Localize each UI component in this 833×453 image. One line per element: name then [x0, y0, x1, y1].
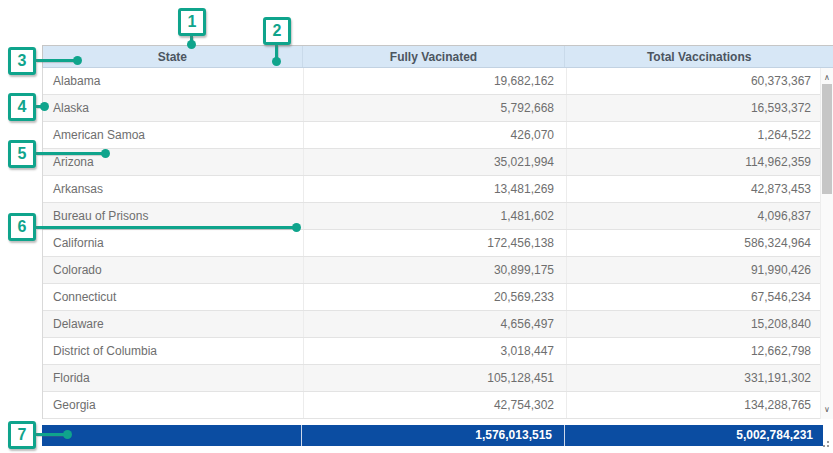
cell-total-vaccinations: 42,873,453 [566, 176, 821, 202]
summary-totals-row: 1,576,013,515 5,002,784,231 [42, 425, 823, 446]
summary-cell-total-vaccinations: 5,002,784,231 [565, 425, 823, 446]
summary-cell-fully-vacinated: 1,576,013,515 [302, 425, 565, 446]
column-header-total-vaccinations[interactable]: Total Vaccinations [565, 46, 833, 67]
callout-6-line [36, 226, 294, 229]
column-header-state[interactable]: State [43, 46, 303, 67]
callout-1-dot [187, 40, 196, 49]
table-row-georgia[interactable]: Georgia 42,754,302 134,288,765 [43, 392, 821, 419]
cell-state: Arkansas [43, 176, 303, 202]
table-row-colorado[interactable]: Colorado 30,899,175 91,990,426 [43, 257, 821, 284]
callout-4-dot [40, 102, 49, 111]
cell-fully-vacinated: 426,070 [303, 122, 566, 148]
cell-fully-vacinated: 30,899,175 [303, 257, 566, 283]
callout-7-line [36, 433, 66, 436]
table-row-arizona[interactable]: Arizona 35,021,994 114,962,359 [43, 149, 821, 176]
cell-total-vaccinations: 16,593,372 [566, 95, 821, 121]
cell-fully-vacinated: 5,792,668 [303, 95, 566, 121]
cell-total-vaccinations: 15,208,840 [566, 311, 821, 337]
resize-grip-icon[interactable] [823, 445, 825, 447]
table-row-alaska[interactable]: Alaska 5,792,668 16,593,372 [43, 95, 821, 122]
cell-fully-vacinated: 19,682,162 [303, 68, 566, 94]
callout-5-line [36, 152, 103, 155]
cell-total-vaccinations: 67,546,234 [566, 284, 821, 310]
callout-2-badge: 2 [263, 17, 291, 45]
table-row-connecticut[interactable]: Connecticut 20,569,233 67,546,234 [43, 284, 821, 311]
cell-state: Alabama [43, 68, 303, 94]
vertical-scrollbar[interactable]: ∧ ∨ [820, 68, 833, 419]
cell-fully-vacinated: 1,481,602 [303, 203, 566, 229]
cell-state: Georgia [43, 392, 303, 418]
cell-fully-vacinated: 4,656,497 [303, 311, 566, 337]
callout-2-dot [272, 57, 281, 66]
cell-total-vaccinations: 4,096,837 [566, 203, 821, 229]
cell-total-vaccinations: 60,373,367 [566, 68, 821, 94]
cell-total-vaccinations: 1,264,522 [566, 122, 821, 148]
summary-cell-state [42, 425, 302, 446]
cell-state: Delaware [43, 311, 303, 337]
table-row-alabama[interactable]: Alabama 19,682,162 60,373,367 [43, 68, 821, 95]
cell-fully-vacinated: 13,481,269 [303, 176, 566, 202]
cell-total-vaccinations: 12,662,798 [566, 338, 821, 364]
table-row-florida[interactable]: Florida 105,128,451 331,191,302 [43, 365, 821, 392]
callout-6-dot [292, 223, 301, 232]
callout-7-dot [63, 430, 72, 439]
table-row-district-of-columbia[interactable]: District of Columbia 3,018,447 12,662,79… [43, 338, 821, 365]
cell-state: District of Columbia [43, 338, 303, 364]
cell-total-vaccinations: 134,288,765 [566, 392, 821, 418]
scroll-up-icon[interactable]: ∧ [821, 70, 833, 85]
callout-4-badge: 4 [8, 93, 36, 121]
cell-state: Florida [43, 365, 303, 391]
cell-total-vaccinations: 114,962,359 [566, 149, 821, 175]
callout-3-dot [73, 56, 82, 65]
callout-3-line [36, 59, 74, 62]
callout-5-dot [101, 149, 110, 158]
cell-total-vaccinations: 91,990,426 [566, 257, 821, 283]
table-row-california[interactable]: California 172,456,138 586,324,964 [43, 230, 821, 257]
cell-state: Colorado [43, 257, 303, 283]
table-row-arkansas[interactable]: Arkansas 13,481,269 42,873,453 [43, 176, 821, 203]
cell-state: Connecticut [43, 284, 303, 310]
cell-state: California [43, 230, 303, 256]
scrollbar-thumb[interactable] [822, 84, 832, 194]
column-header-fully-vacinated[interactable]: Fully Vacinated [303, 46, 566, 67]
cell-fully-vacinated: 35,021,994 [303, 149, 566, 175]
callout-6-badge: 6 [8, 213, 36, 241]
cell-fully-vacinated: 42,754,302 [303, 392, 566, 418]
callout-7-badge: 7 [8, 421, 36, 449]
cell-total-vaccinations: 331,191,302 [566, 365, 821, 391]
callout-5-badge: 5 [8, 140, 36, 168]
cell-state: Alaska [43, 95, 303, 121]
table-header-row: State Fully Vacinated Total Vaccinations [42, 45, 833, 68]
cell-state: American Samoa [43, 122, 303, 148]
callout-3-badge: 3 [8, 47, 36, 75]
cell-total-vaccinations: 586,324,964 [566, 230, 821, 256]
cell-fully-vacinated: 105,128,451 [303, 365, 566, 391]
cell-fully-vacinated: 20,569,233 [303, 284, 566, 310]
table-row-american-samoa[interactable]: American Samoa 426,070 1,264,522 [43, 122, 821, 149]
callout-1-badge: 1 [178, 8, 206, 36]
table-widget-screenshot: State Fully Vacinated Total Vaccinations… [0, 0, 833, 453]
cell-fully-vacinated: 172,456,138 [303, 230, 566, 256]
table-body: Alabama 19,682,162 60,373,367 Alaska 5,7… [42, 68, 821, 419]
cell-fully-vacinated: 3,018,447 [303, 338, 566, 364]
scroll-down-icon[interactable]: ∨ [821, 402, 833, 417]
table-row-delaware[interactable]: Delaware 4,656,497 15,208,840 [43, 311, 821, 338]
